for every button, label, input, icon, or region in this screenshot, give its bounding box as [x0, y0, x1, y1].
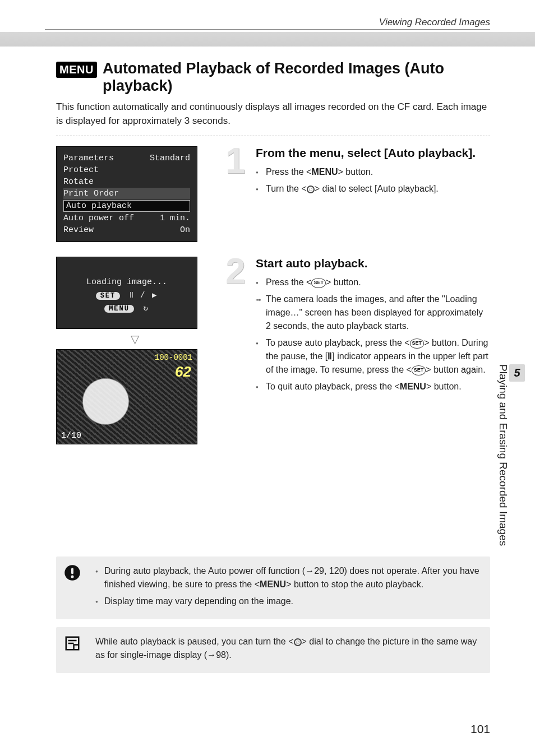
- step2-bullet: To quit auto playback, press the <MENU> …: [256, 380, 490, 393]
- photo-index: 1/10: [61, 431, 81, 440]
- warning-icon: [64, 564, 81, 585]
- menu-item: Print Order: [63, 189, 119, 198]
- warning-line: During auto playback, the Auto power off…: [95, 564, 481, 591]
- step1-bullet: Press the <MENU> button.: [256, 165, 490, 179]
- step1-heading: From the menu, select [Auto playback].: [256, 146, 490, 160]
- set-pill-icon: SET: [96, 292, 121, 300]
- menu-item: Parameters: [63, 154, 114, 163]
- set-icon: SET: [311, 278, 326, 288]
- menu-item: Review: [63, 225, 94, 235]
- svg-rect-1: [71, 568, 73, 574]
- chapter-label: Playing and Erasing Recorded Images: [497, 364, 509, 546]
- menu-item: Auto power off: [63, 214, 134, 223]
- step1-bullet: Turn the <> dial to select [Auto playbac…: [256, 182, 490, 196]
- step-number-2: 2: [225, 253, 246, 289]
- page-number: 101: [471, 722, 490, 736]
- menu-item-selected: Auto playback: [66, 201, 132, 211]
- chapter-tab: 5 Playing and Erasing Recorded Images: [497, 364, 525, 546]
- tip-note: While auto playback is paused, you can t…: [56, 627, 490, 673]
- tip-line: While auto playback is paused, you can t…: [95, 635, 481, 662]
- sample-photo: 100-0001 62 1/10: [56, 349, 197, 444]
- title-text: Automated Playback of Recorded Images (A…: [103, 60, 490, 95]
- menu-pill-icon: MENU: [104, 305, 134, 313]
- camera-menu-screenshot: ParametersStandard Protect Rotate Print …: [56, 146, 197, 242]
- chapter-number: 5: [509, 364, 525, 382]
- step2-bullet: Press the <SET> button.: [256, 276, 490, 289]
- breadcrumb: Viewing Recorded Images: [45, 17, 490, 30]
- loading-screenshot: Loading image... SET Ⅱ / ▶ MENU ↻: [56, 257, 197, 329]
- step2-heading: Start auto playback.: [256, 257, 490, 270]
- page-title: MENU Automated Playback of Recorded Imag…: [56, 60, 490, 95]
- note-icon: [64, 635, 81, 656]
- set-icon: SET: [412, 365, 426, 375]
- divider: [56, 136, 490, 136]
- menu-badge-icon: MENU: [56, 62, 97, 78]
- warning-note: During auto playback, the Auto power off…: [56, 556, 490, 619]
- dial-icon: [307, 185, 315, 193]
- step2-bullet: The camera loads the images, and after t…: [256, 293, 490, 333]
- warning-line: Display time may vary depending on the i…: [95, 595, 481, 608]
- photo-folder-number: 100-0001: [155, 353, 192, 362]
- menu-item: Protect: [63, 165, 99, 175]
- intro-paragraph: This function automatically and continuo…: [56, 100, 490, 128]
- header-band: [0, 32, 535, 47]
- step2-bullet: To pause auto playback, press the <SET> …: [256, 336, 490, 377]
- photo-counter: 62: [175, 363, 191, 381]
- set-icon: SET: [410, 338, 425, 349]
- menu-item: Rotate: [63, 177, 94, 187]
- step-number-1: 1: [225, 143, 246, 179]
- dial-icon: [294, 638, 302, 646]
- svg-point-2: [71, 576, 74, 578]
- down-arrow-icon: ▽: [56, 332, 213, 346]
- loading-text: Loading image...: [63, 277, 190, 287]
